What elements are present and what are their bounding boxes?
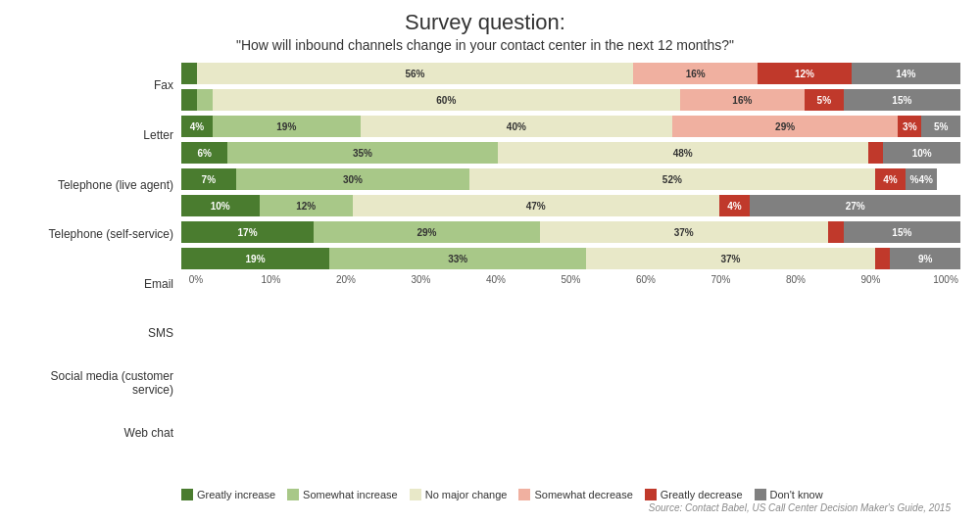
x-tick: 70% bbox=[707, 274, 736, 486]
bar-segment-greatly-decrease: 5% bbox=[805, 89, 844, 111]
bar-segment-greatly-decrease: 3% bbox=[898, 116, 921, 137]
title-section: Survey question: "How will inbound chann… bbox=[10, 10, 960, 53]
legend-item-dont-know: Don't know bbox=[755, 489, 823, 500]
bar-row: 19%33%37%9% bbox=[181, 248, 960, 269]
x-tick: 60% bbox=[631, 274, 661, 486]
legend-label: Greatly increase bbox=[197, 489, 275, 500]
bar-segment-no-major-change: 56% bbox=[197, 63, 633, 84]
bar-segment-no-major-change: 40% bbox=[361, 116, 672, 137]
x-tick: 40% bbox=[481, 274, 511, 486]
x-tick: 100% bbox=[931, 274, 960, 486]
bar-segment-no-major-change: 48% bbox=[498, 142, 868, 164]
bars-col: 56%16%12%14%60%16%5%15%4%19%40%29%3%5%6%… bbox=[181, 61, 960, 272]
bar-row: 17%29%37%15% bbox=[181, 221, 960, 243]
bar-segment-somewhat-increase: 33% bbox=[329, 248, 586, 269]
source-text: Source: Contact Babel, US Call Center De… bbox=[10, 502, 960, 513]
row-label: SMS bbox=[10, 322, 181, 344]
bar-segment-somewhat-increase bbox=[197, 89, 213, 111]
x-tick: 30% bbox=[407, 274, 436, 486]
legend-box-greatly-increase bbox=[181, 489, 193, 500]
bar-segment-greatly-increase: 7% bbox=[181, 168, 236, 190]
bar-segment-no-major-change: 47% bbox=[353, 195, 719, 216]
bar-row: 6%35%48%10% bbox=[181, 142, 960, 164]
row-label: Telephone (live agent) bbox=[10, 174, 181, 196]
x-tick: 50% bbox=[557, 274, 586, 486]
row-label: Email bbox=[10, 273, 181, 295]
bar-segment-dont-know: 14% bbox=[852, 63, 960, 84]
x-tick: 90% bbox=[857, 274, 886, 486]
row-label: Telephone (self-service) bbox=[10, 223, 181, 245]
bar-segment-greatly-decrease bbox=[828, 221, 844, 243]
chart-subtitle: "How will inbound channels change in you… bbox=[10, 37, 960, 53]
bar-segment-no-major-change: 37% bbox=[540, 221, 828, 243]
bar-segment-somewhat-increase: 29% bbox=[314, 221, 540, 243]
x-tick: 20% bbox=[331, 274, 361, 486]
legend-label: No major change bbox=[425, 489, 508, 500]
bars-section: 56%16%12%14%60%16%5%15%4%19%40%29%3%5%6%… bbox=[181, 61, 960, 485]
bar-segment-greatly-increase: 10% bbox=[181, 195, 260, 216]
bar-segment-dont-know: %4% bbox=[906, 168, 937, 190]
row-label: Letter bbox=[10, 124, 181, 146]
bar-segment-greatly-decrease bbox=[875, 248, 891, 269]
legend-label: Somewhat decrease bbox=[534, 489, 632, 500]
bar-segment-dont-know: 5% bbox=[921, 116, 960, 137]
chart-area: FaxLetterTelephone (live agent)Telephone… bbox=[10, 61, 960, 485]
bar-row: 10%12%47%4%27% bbox=[181, 195, 960, 216]
bar-row: 56%16%12%14% bbox=[181, 63, 960, 84]
legend-label: Don't know bbox=[770, 489, 823, 500]
bar-segment-somewhat-decrease: 16% bbox=[680, 89, 805, 111]
bar-segment-somewhat-decrease: 29% bbox=[672, 116, 899, 137]
bar-segment-dont-know: 27% bbox=[750, 195, 960, 216]
legend-item-greatly-increase: Greatly increase bbox=[181, 489, 275, 500]
bar-segment-dont-know: 10% bbox=[883, 142, 960, 164]
bar-segment-greatly-increase bbox=[181, 63, 197, 84]
bar-segment-greatly-increase: 6% bbox=[181, 142, 227, 164]
bar-segment-dont-know: 9% bbox=[890, 248, 960, 269]
bar-segment-greatly-decrease bbox=[868, 142, 884, 164]
row-labels: FaxLetterTelephone (live agent)Telephone… bbox=[10, 61, 181, 485]
legend-box-no-major-change bbox=[410, 489, 421, 500]
bar-segment-somewhat-increase: 19% bbox=[213, 116, 361, 137]
bar-segment-no-major-change: 37% bbox=[586, 248, 874, 269]
bar-segment-greatly-increase: 4% bbox=[181, 116, 213, 137]
legend-item-no-major-change: No major change bbox=[410, 489, 508, 500]
legend-box-greatly-decrease bbox=[645, 489, 657, 500]
bar-segment-somewhat-increase: 35% bbox=[227, 142, 498, 164]
legend-box-somewhat-decrease bbox=[518, 489, 530, 500]
bar-segment-greatly-decrease: 12% bbox=[758, 63, 851, 84]
x-tick: 80% bbox=[781, 274, 810, 486]
bar-row: 4%19%40%29%3%5% bbox=[181, 116, 960, 137]
bar-segment-somewhat-decrease: 16% bbox=[633, 63, 758, 84]
bar-segment-no-major-change: 60% bbox=[213, 89, 680, 111]
bar-segment-somewhat-increase: 30% bbox=[236, 168, 470, 190]
row-label: Social media (customer service) bbox=[10, 372, 181, 394]
bar-row: 7%30%52%4%%4% bbox=[181, 168, 960, 190]
row-label: Web chat bbox=[10, 422, 181, 444]
legend-label: Somewhat increase bbox=[303, 489, 398, 500]
bar-segment-greatly-increase: 17% bbox=[181, 221, 314, 243]
bar-segment-somewhat-increase: 12% bbox=[260, 195, 353, 216]
chart-title: Survey question: bbox=[10, 10, 960, 35]
bar-segment-dont-know: 15% bbox=[844, 89, 960, 111]
bar-segment-greatly-decrease: 4% bbox=[875, 168, 906, 190]
x-axis: 0%10%20%30%40%50%60%70%80%90%100% bbox=[181, 272, 960, 486]
legend-box-somewhat-increase bbox=[287, 489, 299, 500]
legend-item-somewhat-decrease: Somewhat decrease bbox=[518, 489, 632, 500]
bar-segment-greatly-increase: 19% bbox=[181, 248, 329, 269]
legend-item-greatly-decrease: Greatly decrease bbox=[645, 489, 743, 500]
bar-segment-greatly-decrease: 4% bbox=[719, 195, 751, 216]
legend: Greatly increaseSomewhat increaseNo majo… bbox=[10, 489, 960, 500]
bar-row: 60%16%5%15% bbox=[181, 89, 960, 111]
x-tick: 0% bbox=[181, 274, 211, 486]
row-label: Fax bbox=[10, 74, 181, 96]
bar-segment-greatly-increase bbox=[181, 89, 197, 111]
bar-segment-dont-know: 15% bbox=[844, 221, 960, 243]
chart-container: Survey question: "How will inbound chann… bbox=[0, 0, 980, 523]
legend-label: Greatly decrease bbox=[661, 489, 743, 500]
bar-segment-no-major-change: 52% bbox=[469, 168, 874, 190]
legend-item-somewhat-increase: Somewhat increase bbox=[287, 489, 398, 500]
x-tick: 10% bbox=[257, 274, 286, 486]
legend-box-dont-know bbox=[755, 489, 766, 500]
